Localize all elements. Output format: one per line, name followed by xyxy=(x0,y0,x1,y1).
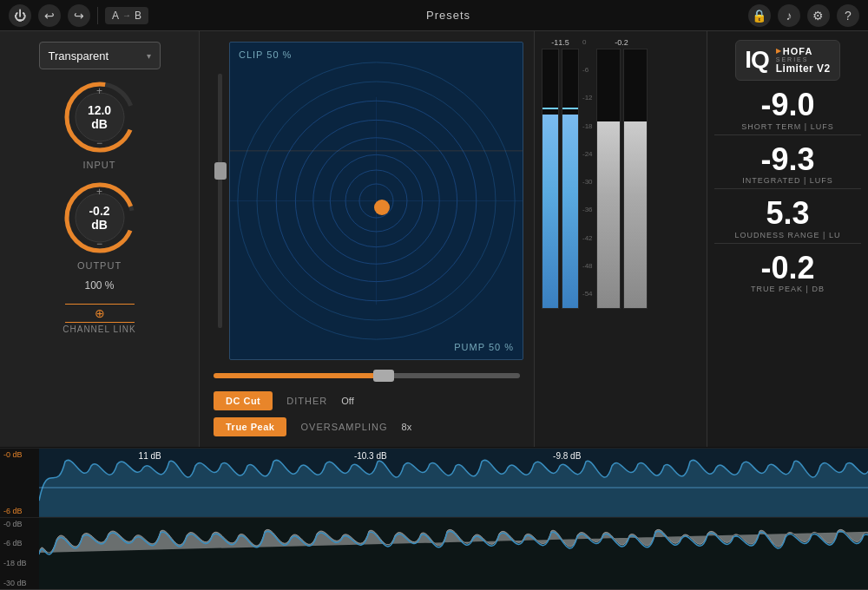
wide-meters: -0.2 xyxy=(596,38,648,309)
logo-right: ▶ HOFA SERIES Limiter V2 xyxy=(776,46,831,75)
wt-scale-0: -0 dB xyxy=(3,450,36,459)
wide-meter-left-fill xyxy=(597,121,620,308)
output-knob[interactable]: + -0.2 dB − xyxy=(61,179,139,257)
limiter-drag-point[interactable] xyxy=(374,200,390,215)
input-knob[interactable]: + 12.0 dB − xyxy=(61,78,139,156)
output-minus: − xyxy=(96,238,102,250)
top-bar: ⏻ ↩ ↪ A → B Presets 🔒 ♪ ⚙ ? xyxy=(0,0,868,31)
waveform-bottom-scale: -0 dB -6 dB -18 dB -30 dB xyxy=(0,518,39,589)
meters-wrapper: -11.5 0 -6 -12 -18 -24 xyxy=(542,38,700,440)
power-icon[interactable]: ⏻ xyxy=(9,4,31,27)
waveform-top: -0 dB -6 dB 11 dB -10.3 dB -9.8 dB xyxy=(0,449,868,518)
v-slider-thumb[interactable] xyxy=(214,162,227,180)
wb-scale-1: -6 dB xyxy=(3,539,36,547)
scale-9: -54 xyxy=(582,291,593,298)
narrow-meter-left-peak xyxy=(542,108,558,109)
gear-icon[interactable]: ⚙ xyxy=(807,4,830,27)
input-knob-container: + 12.0 dB − INPUT xyxy=(61,78,139,170)
h-slider-thumb[interactable] xyxy=(373,370,394,382)
short-term-label: SHORT TERM | LUFS xyxy=(714,122,861,131)
wide-meter-bars xyxy=(596,49,648,309)
waveform-top-svg xyxy=(39,449,868,517)
narrow-meter-right-peak xyxy=(562,108,578,109)
scale-4: -24 xyxy=(582,151,593,158)
integrated-value: -9.3 xyxy=(714,142,861,177)
svg-point-5 xyxy=(76,193,124,242)
ab-label-a: A xyxy=(112,10,119,22)
channel-link[interactable]: ⊕ CHANNEL LINK xyxy=(62,304,135,334)
wide-meter-left xyxy=(596,49,621,309)
dither-value: Off xyxy=(341,396,367,406)
short-term-value: -9.0 xyxy=(714,88,861,122)
true-peak-button[interactable]: True Peak xyxy=(214,417,286,436)
main-content: Transparent ▾ + 12.0 dB − INPUT xyxy=(0,31,868,448)
chevron-down-icon: ▾ xyxy=(147,51,151,61)
vertical-slider[interactable] xyxy=(210,42,229,360)
waveform-bottom-svg xyxy=(39,518,868,589)
narrow-meter-left-fill xyxy=(542,115,558,309)
wb-scale-0: -0 dB xyxy=(3,520,36,528)
narrow-meter-left-label: -11.5 xyxy=(551,38,569,47)
h-slider-track[interactable] xyxy=(214,373,520,378)
limiter-visual[interactable]: CLIP 50 % PUMP 50 % xyxy=(229,42,523,360)
scale-7: -42 xyxy=(582,235,593,242)
midi-icon[interactable]: ♪ xyxy=(778,4,800,27)
redo-button[interactable]: ↪ xyxy=(68,4,90,27)
meters-panel: -11.5 0 -6 -12 -18 -24 xyxy=(534,31,707,447)
narrow-meter-bars xyxy=(542,49,579,309)
waveform-bottom-canvas xyxy=(39,518,868,589)
wide-meter-right xyxy=(623,49,648,309)
buttons-row-2: True Peak OVERSAMPLING 8x xyxy=(210,417,523,436)
output-label: OUTPUT xyxy=(77,260,122,271)
top-bar-right: 🔒 ♪ ⚙ ? xyxy=(748,4,859,27)
logo-arrow-icon: ▶ xyxy=(776,48,781,56)
ab-arrow: → xyxy=(122,10,131,20)
ab-switch[interactable]: A → B xyxy=(105,7,148,24)
integrated-label: INTEGRATED | LUFS xyxy=(714,176,861,185)
preset-dropdown[interactable]: Transparent ▾ xyxy=(39,42,161,69)
oversampling-label: OVERSAMPLING xyxy=(300,422,387,432)
input-label: INPUT xyxy=(83,160,116,170)
scale-8: -48 xyxy=(582,263,593,270)
annotation-2: -10.3 dB xyxy=(354,451,387,461)
channel-link-line-top xyxy=(65,304,135,305)
dc-cut-button[interactable]: DC Cut xyxy=(214,391,273,410)
preset-name: Transparent xyxy=(49,49,109,62)
wb-scale-2: -18 dB xyxy=(3,559,36,567)
input-minus: − xyxy=(96,137,102,149)
top-bar-left: ⏻ ↩ ↪ A → B xyxy=(9,4,148,27)
undo-button[interactable]: ↩ xyxy=(38,4,61,27)
true-peak-stat-value: -0.2 xyxy=(714,251,861,285)
logo-limiter: Limiter V2 xyxy=(776,63,831,75)
stats-panel: IQ ▶ HOFA SERIES Limiter V2 -9.0 SHORT T… xyxy=(707,31,868,447)
scale-1: -6 xyxy=(582,67,593,74)
logo-hofa-row: ▶ HOFA xyxy=(776,46,831,56)
scale-6: -36 xyxy=(582,206,593,213)
scale-2: -12 xyxy=(582,95,593,102)
presets-label[interactable]: Presets xyxy=(426,9,470,22)
annotation-3: -9.8 dB xyxy=(553,451,581,461)
true-peak-stat-label: TRUE PEAK | dB xyxy=(714,285,861,293)
percent-label: 100 % xyxy=(84,279,114,292)
narrow-meter-left xyxy=(542,49,559,309)
ab-label-b: B xyxy=(135,10,141,22)
wt-scale-1: -6 dB xyxy=(3,507,36,515)
buttons-row: DC Cut DITHER Off xyxy=(210,391,523,410)
help-icon[interactable]: ? xyxy=(837,4,859,27)
output-plus: + xyxy=(96,186,102,198)
true-peak-block: -0.2 TRUE PEAK | dB xyxy=(714,247,861,298)
channel-link-label: CHANNEL LINK xyxy=(62,324,135,334)
left-panel: Transparent ▾ + 12.0 dB − INPUT xyxy=(0,31,200,447)
svg-rect-19 xyxy=(39,518,868,589)
waveform-top-scale: -0 dB -6 dB xyxy=(0,449,39,517)
narrow-meters: -11.5 xyxy=(542,38,579,309)
wb-scale-3: -30 dB xyxy=(3,579,36,587)
scale-3: -18 xyxy=(582,123,593,130)
h-slider-row xyxy=(210,367,523,384)
lock-icon[interactable]: 🔒 xyxy=(748,4,771,27)
narrow-meter-right-fill xyxy=(562,115,578,309)
annotation-1: 11 dB xyxy=(139,451,161,461)
oversampling-value: 8x xyxy=(402,422,428,432)
wide-meter-right-fill xyxy=(624,121,647,308)
loudness-range-label: LOUDNESS RANGE | LU xyxy=(714,231,861,239)
